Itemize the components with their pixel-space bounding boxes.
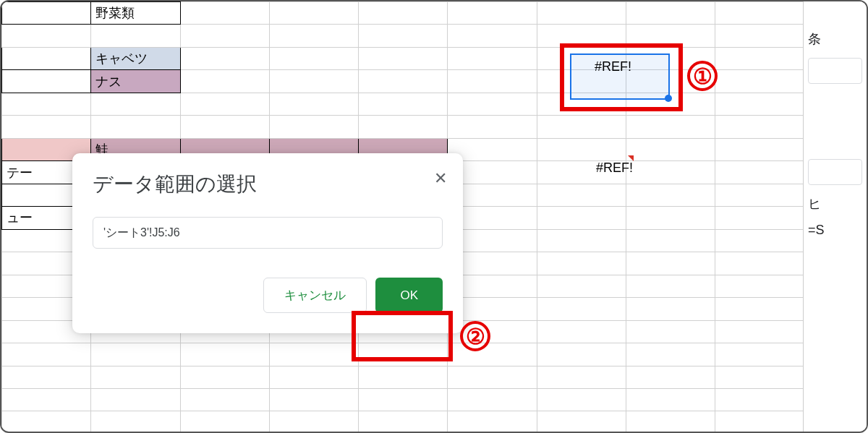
ref-error-text-2: #REF! bbox=[596, 160, 633, 176]
cell[interactable]: キャベツ bbox=[91, 47, 180, 69]
range-input[interactable] bbox=[93, 217, 443, 249]
cancel-button[interactable]: キャンセル bbox=[263, 278, 367, 313]
ok-button[interactable]: OK bbox=[375, 278, 443, 313]
cell[interactable]: ナス bbox=[91, 70, 180, 93]
sidebar-label: 条 bbox=[808, 30, 862, 48]
cell[interactable]: 野菜類 bbox=[91, 2, 180, 25]
dialog-title: データ範囲の選択 bbox=[93, 171, 443, 198]
sidebar-panel: 条 ヒ =S bbox=[803, 1, 867, 433]
error-triangle-icon bbox=[628, 155, 634, 161]
sidebar-hint-1: ヒ bbox=[808, 195, 862, 213]
data-range-dialog: データ範囲の選択 ✕ キャンセル OK bbox=[72, 153, 463, 333]
ref-error-text: #REF! bbox=[595, 59, 631, 74]
sidebar-field-1[interactable] bbox=[808, 58, 862, 84]
sidebar-field-2[interactable] bbox=[808, 159, 862, 185]
close-icon[interactable]: ✕ bbox=[434, 169, 447, 188]
sidebar-hint-2: =S bbox=[808, 223, 862, 238]
